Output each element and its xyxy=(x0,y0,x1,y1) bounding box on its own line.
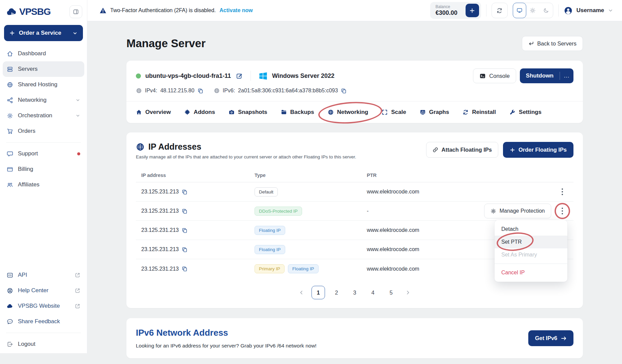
sidebar-item-servers[interactable]: Servers xyxy=(3,61,84,77)
menu-divider xyxy=(495,264,567,264)
row-context-menu: Detach Set PTR Set As Primary Cancel IP xyxy=(495,220,567,282)
tab-overview[interactable]: Overview xyxy=(136,109,171,116)
monitor-icon xyxy=(516,7,523,13)
menu-item-set-ptr[interactable]: Set PTR xyxy=(495,236,567,248)
manage-protection-button[interactable]: Manage Protection xyxy=(484,204,551,218)
user-menu[interactable]: Username xyxy=(564,6,613,15)
theme-light-button[interactable] xyxy=(526,3,539,18)
page-button-4[interactable]: 4 xyxy=(366,286,380,299)
refresh-button[interactable] xyxy=(492,3,508,18)
user-icon xyxy=(564,6,573,15)
theme-switcher xyxy=(513,3,553,18)
get-ipv6-button[interactable]: Get IPv6 xyxy=(528,330,573,346)
attach-floating-ips-label: Attach Floating IPs xyxy=(442,147,492,153)
chevron-left-icon[interactable] xyxy=(296,290,307,295)
copy-icon[interactable] xyxy=(182,189,187,195)
copy-icon[interactable] xyxy=(182,208,187,214)
balance-widget: Balance €300.00 xyxy=(430,2,481,19)
order-floating-ips-button[interactable]: Order Floating IPs xyxy=(503,142,573,158)
tab-label: Reinstall xyxy=(472,109,496,116)
sidebar-item-shared-hosting[interactable]: Shared Hosting xyxy=(3,77,84,92)
home-icon xyxy=(7,51,13,57)
menu-item-cancel-ip[interactable]: Cancel IP xyxy=(495,266,567,279)
back-to-servers-button[interactable]: Back to Servers xyxy=(522,36,583,51)
sidebar-item-logout[interactable]: Logout xyxy=(3,336,84,352)
tab-scale[interactable]: Scale xyxy=(382,109,406,116)
sidebar-item-label: Support xyxy=(18,150,38,157)
page-button-3[interactable]: 3 xyxy=(348,286,361,299)
home-icon xyxy=(136,109,142,115)
tab-label: Backups xyxy=(290,109,314,116)
type-badge: Primary IP xyxy=(255,264,285,273)
edit-icon[interactable] xyxy=(236,72,243,79)
page-button-1[interactable]: 1 xyxy=(312,286,325,299)
chevron-down-icon xyxy=(76,98,80,102)
shutdown-button[interactable]: Shutdown ... xyxy=(520,68,573,83)
theme-system-button[interactable] xyxy=(513,3,526,18)
page-button-5[interactable]: 5 xyxy=(384,286,398,299)
console-button[interactable]: Console xyxy=(473,68,516,83)
menu-item-detach[interactable]: Detach xyxy=(495,223,567,236)
attach-floating-ips-button[interactable]: Attach Floating IPs xyxy=(426,142,498,158)
tab-label: Snapshots xyxy=(238,109,267,116)
sidebar-item-api[interactable]: API xyxy=(3,267,84,283)
wallet-icon xyxy=(7,166,13,173)
copy-icon[interactable] xyxy=(341,88,347,94)
type-badge: DDoS-Protected IP xyxy=(255,207,302,216)
sidebar-item-dashboard[interactable]: Dashboard xyxy=(3,46,84,61)
tab-snapshots[interactable]: Snapshots xyxy=(229,109,267,116)
chevron-right-icon[interactable] xyxy=(403,290,413,295)
ip-address: 23.125.231.213 xyxy=(141,189,179,195)
sidebar-item-help-center[interactable]: Help Center xyxy=(3,283,84,298)
sidebar-item-support[interactable]: Support xyxy=(3,146,84,161)
topbar: Two-Factor Authentication (2FA) is disab… xyxy=(87,0,622,21)
cloud-icon xyxy=(7,303,13,309)
row-actions-button[interactable] xyxy=(557,186,568,198)
tab-networking[interactable]: Networking xyxy=(328,109,368,116)
sidebar-divider xyxy=(6,142,81,143)
sidebar-item-label: Share Feedback xyxy=(18,318,60,325)
balance-label: Balance xyxy=(436,4,457,9)
ptr-value: www.elektrocode.com xyxy=(367,227,484,233)
tab-addons[interactable]: Addons xyxy=(184,109,215,116)
sidebar-item-affiliates[interactable]: Affiliates xyxy=(3,177,84,192)
tab-settings[interactable]: Settings xyxy=(509,109,541,116)
puzzle-icon xyxy=(184,109,190,115)
gear-icon xyxy=(7,113,13,119)
tab-graphs[interactable]: Graphs xyxy=(420,109,449,116)
sidebar-item-orders[interactable]: Orders xyxy=(3,123,84,139)
ptr-value: www.elektrocode.com xyxy=(367,246,484,252)
copy-icon[interactable] xyxy=(182,266,187,272)
row-actions-button[interactable] xyxy=(557,205,568,217)
pagination: 1 2 3 4 5 xyxy=(136,278,573,303)
sidebar-item-label: Billing xyxy=(18,166,33,173)
activate-now-link[interactable]: Activate now xyxy=(219,7,253,13)
sidebar-item-networking[interactable]: Networking xyxy=(3,92,84,108)
copy-icon[interactable] xyxy=(198,88,203,94)
sidebar-toggle-icon xyxy=(73,9,79,15)
chevron-down-icon xyxy=(72,31,78,36)
tab-reinstall[interactable]: Reinstall xyxy=(463,109,496,116)
sidebar-toggle-button[interactable] xyxy=(69,5,82,18)
username: Username xyxy=(576,7,604,14)
page-title: Manage Server xyxy=(126,37,206,50)
theme-dark-button[interactable] xyxy=(539,3,553,18)
cloud-logo-icon xyxy=(6,6,17,17)
ip-address: 23.125.231.213 xyxy=(141,266,179,272)
copy-icon[interactable] xyxy=(182,228,187,233)
tab-backups[interactable]: Backups xyxy=(281,109,314,116)
top-up-button[interactable] xyxy=(466,4,479,17)
sidebar-item-billing[interactable]: Billing xyxy=(3,161,84,177)
page-button-2[interactable]: 2 xyxy=(330,286,343,299)
arrow-right-icon xyxy=(561,335,567,341)
sidebar-item-label: Orders xyxy=(18,128,35,134)
shutdown-more-button[interactable]: ... xyxy=(560,73,573,79)
sidebar-item-share-feedback[interactable]: Share Feedback xyxy=(3,314,84,329)
sidebar-item-label: Orchestration xyxy=(18,112,52,119)
order-a-service-button[interactable]: Order a Service xyxy=(4,25,83,41)
sidebar-item-vpsbg-website[interactable]: VPSBG Website xyxy=(3,298,84,314)
shutdown-label: Shutdown xyxy=(520,72,560,79)
sidebar-item-orchestration[interactable]: Orchestration xyxy=(3,108,84,123)
chat-icon xyxy=(7,151,13,157)
copy-icon[interactable] xyxy=(182,247,187,252)
